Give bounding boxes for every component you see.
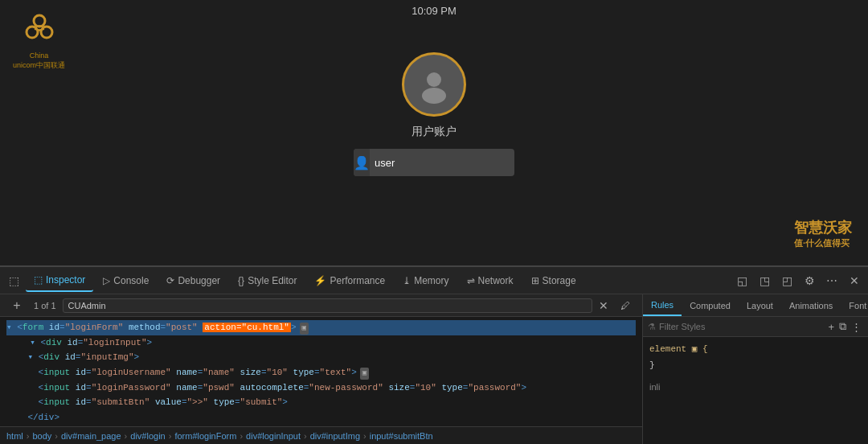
- more-options-button[interactable]: ⋮: [850, 320, 863, 333]
- username-input[interactable]: [370, 154, 514, 172]
- svg-point-2: [41, 27, 52, 38]
- tab-memory-label: Memory: [414, 275, 448, 286]
- overflow-button[interactable]: ⋯: [821, 270, 842, 291]
- html-line-close-div1: </div>: [6, 410, 636, 426]
- tab-animations[interactable]: Animations: [781, 294, 841, 316]
- tab-debugger[interactable]: ⟳ Debugger: [158, 269, 228, 292]
- tab-memory[interactable]: ⤓ Memory: [395, 269, 457, 292]
- watermark-sub-text: 值·什么值得买: [794, 237, 852, 249]
- logo-text: China unicom中国联通: [13, 51, 65, 70]
- time-display: 10:09 PM: [411, 5, 457, 17]
- status-bar: 10:09 PM: [0, 0, 868, 20]
- breadcrumb-main-page: div#main_page: [61, 431, 121, 441]
- search-clear-button[interactable]: ✕: [599, 299, 608, 312]
- tab-style-editor-label: Style Editor: [248, 275, 297, 286]
- tab-console-label: Console: [113, 275, 149, 286]
- html-search-input[interactable]: [68, 301, 133, 310]
- html-panel-toolbar: + 1 of 1 ✕ 🖊: [0, 294, 642, 317]
- tab-console[interactable]: ▷ Console: [95, 269, 157, 292]
- unicom-logo-icon: [20, 8, 59, 50]
- user-icon: 👤: [354, 149, 370, 176]
- svg-point-0: [34, 15, 45, 27]
- login-area: 用户账户 👤 >>: [354, 52, 514, 176]
- tab-network[interactable]: ⇌ Network: [459, 269, 522, 292]
- devtools-toolbar: ⬚ ⬚ Inspector ▷ Console ⟳ Debugger {} St…: [0, 267, 868, 294]
- watermark-text: 智慧沃家: [794, 218, 852, 237]
- login-input-row: 👤 >>: [354, 149, 514, 176]
- close-devtools-button[interactable]: ✕: [844, 270, 865, 291]
- storage-icon: ⊞: [531, 275, 539, 286]
- debugger-icon: ⟳: [166, 275, 174, 286]
- css-filter-row: ⚗ + ⧉ ⋮: [643, 317, 868, 337]
- css-content: element ▣ { }: [643, 337, 868, 379]
- breadcrumb-logininput: div#loginInput: [246, 431, 301, 441]
- html-panel: + 1 of 1 ✕ 🖊 ▾ <form id="loginForm" meth…: [0, 294, 643, 444]
- html-line-inputImg: ▾ <div id="inputImg">: [6, 350, 636, 365]
- breadcrumb-loginform: form#loginForm: [174, 431, 236, 441]
- dock-button[interactable]: ◰: [776, 270, 797, 291]
- html-line-password: <input id="loginPassword" name="pswd" au…: [6, 380, 636, 396]
- tab-storage[interactable]: ⊞ Storage: [523, 269, 584, 292]
- breadcrumb-inputimg: div#inputImg: [310, 431, 360, 441]
- network-icon: ⇌: [467, 275, 475, 286]
- logo-area: China unicom中国联通: [13, 8, 65, 70]
- svg-point-8: [422, 88, 446, 104]
- html-line-submitBtn: <input id="submitBtn" value=">>" type="s…: [6, 395, 636, 410]
- css-selector: element ▣ {: [649, 344, 708, 354]
- account-label: 用户账户: [411, 125, 457, 139]
- css-filter-buttons: + ⧉ ⋮: [826, 320, 863, 333]
- devtools-main: + 1 of 1 ✕ 🖊 ▾ <form id="loginForm" meth…: [0, 294, 868, 444]
- watermark: 智慧沃家 值·什么值得买: [794, 218, 852, 249]
- tab-layout[interactable]: Layout: [739, 294, 781, 316]
- settings-button[interactable]: ⚙: [799, 270, 820, 291]
- css-filter-input[interactable]: [659, 322, 823, 331]
- devtools-toolbar-right: ◱ ◳ ◰ ⚙ ⋯ ✕: [731, 270, 865, 291]
- tab-font[interactable]: Font: [841, 294, 868, 316]
- search-count: 1 of 1: [34, 301, 56, 310]
- breadcrumb-login: div#login: [130, 431, 165, 441]
- breadcrumb: html › body › div#main_page › div#login …: [0, 426, 642, 444]
- svg-point-1: [27, 27, 38, 38]
- breadcrumb-html: html: [6, 431, 23, 441]
- console-icon: ▷: [103, 275, 110, 286]
- inspector-icon: ⬚: [34, 274, 43, 286]
- css-element-rule: element ▣ {: [649, 342, 862, 358]
- tab-computed[interactable]: Computed: [682, 294, 739, 316]
- add-node-button[interactable]: +: [6, 295, 27, 316]
- html-line-form: ▾ <form id="loginForm" method="post" act…: [6, 320, 636, 335]
- split-view-button[interactable]: ◳: [754, 270, 775, 291]
- performance-icon: ⚡: [314, 275, 326, 286]
- html-line-username: <input id="loginUsername" name="name" si…: [6, 365, 636, 380]
- copy-rule-button[interactable]: ⧉: [837, 320, 848, 333]
- tab-inspector-label: Inspector: [46, 274, 85, 286]
- highlighted-action-attr: action="cu.html": [203, 323, 291, 332]
- input-badge: ▣: [360, 368, 369, 380]
- css-panel: Rules Computed Layout Animations Font ⚗ …: [643, 294, 868, 444]
- tab-performance-label: Performance: [330, 275, 385, 286]
- devtools-panel: ⬚ ⬚ Inspector ▷ Console ⟳ Debugger {} St…: [0, 265, 868, 444]
- tab-performance[interactable]: ⚡ Performance: [306, 269, 393, 292]
- tab-inspector[interactable]: ⬚ Inspector: [26, 269, 93, 292]
- breadcrumb-submitbtn: input#submitBtn: [370, 431, 433, 441]
- html-content: ▾ <form id="loginForm" method="post" act…: [0, 317, 642, 426]
- tab-style-editor[interactable]: {} Style Editor: [230, 269, 305, 292]
- search-wrapper: [63, 298, 592, 313]
- tab-rules[interactable]: Rules: [643, 294, 682, 316]
- html-line-loginInput: ▾ <div id="loginInput">: [6, 335, 636, 351]
- svg-point-7: [427, 72, 441, 87]
- responsive-button[interactable]: ◱: [731, 270, 752, 291]
- filter-icon: ⚗: [648, 322, 656, 332]
- css-panel-tabs: Rules Computed Layout Animations Font: [643, 294, 868, 317]
- style-editor-icon: {}: [238, 275, 244, 286]
- inli-text: inli: [643, 379, 868, 395]
- add-rule-button[interactable]: +: [826, 320, 836, 333]
- tab-storage-label: Storage: [542, 275, 576, 286]
- tab-network-label: Network: [478, 275, 514, 286]
- pick-element-button[interactable]: 🖊: [615, 295, 636, 316]
- devtools-inspect-button[interactable]: ⬚: [3, 270, 24, 291]
- avatar: [402, 52, 466, 117]
- memory-icon: ⤓: [403, 275, 411, 286]
- browser-area: 10:09 PM China unicom中国联通: [0, 0, 868, 265]
- form-badge: ▣: [300, 323, 309, 335]
- tab-debugger-label: Debugger: [178, 275, 220, 286]
